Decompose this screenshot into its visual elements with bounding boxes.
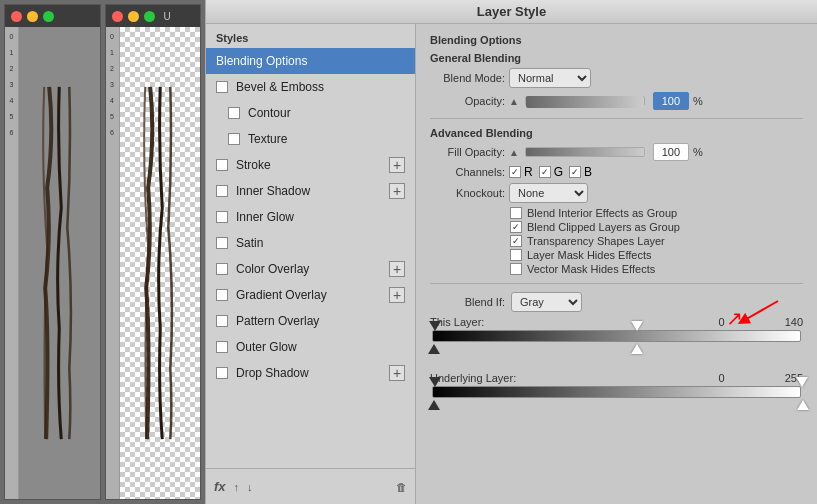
cb-row-layer-mask: Layer Mask Hides Effects [510, 249, 803, 261]
style-label-inner-shadow: Inner Shadow [236, 184, 389, 198]
underlying-right-thumb[interactable] [796, 377, 808, 387]
style-item-satin[interactable]: Satin [206, 230, 415, 256]
opacity-unit: % [693, 95, 703, 107]
this-layer-bot-right-thumb[interactable] [631, 344, 643, 354]
minimize-button-2[interactable] [128, 11, 139, 22]
add-stroke-button[interactable]: + [389, 157, 405, 173]
checkbox-gradient-overlay[interactable] [216, 289, 228, 301]
checkbox-contour[interactable] [228, 107, 240, 119]
checkbox-pattern-overlay[interactable] [216, 315, 228, 327]
maximize-button-2[interactable] [144, 11, 155, 22]
main-section-title: Blending Options [430, 34, 803, 46]
style-item-color-overlay[interactable]: Color Overlay + [206, 256, 415, 282]
style-item-gradient-overlay[interactable]: Gradient Overlay + [206, 282, 415, 308]
style-item-inner-shadow[interactable]: Inner Shadow + [206, 178, 415, 204]
add-drop-shadow-button[interactable]: + [389, 365, 405, 381]
move-down-button[interactable]: ↓ [247, 481, 253, 493]
style-label-satin: Satin [236, 236, 405, 250]
checkbox-inner-glow[interactable] [216, 211, 228, 223]
channel-g-checkbox[interactable] [539, 166, 551, 178]
fill-opacity-input[interactable] [653, 143, 689, 161]
add-inner-shadow-button[interactable]: + [389, 183, 405, 199]
this-layer-slider-container [430, 330, 803, 358]
channel-g-label: G [554, 165, 563, 179]
channel-b-checkbox[interactable] [569, 166, 581, 178]
checkbox-color-overlay[interactable] [216, 263, 228, 275]
checkbox-texture[interactable] [228, 133, 240, 145]
styles-header: Styles [206, 24, 415, 48]
channel-r-checkbox[interactable] [509, 166, 521, 178]
blend-if-select[interactable]: Gray Red Green Blue [511, 292, 582, 312]
this-layer-bottom-thumbs [432, 344, 801, 358]
cb-transparency-shapes[interactable] [510, 235, 522, 247]
style-item-stroke[interactable]: Stroke + [206, 152, 415, 178]
panel-2-title-label: U [164, 11, 171, 22]
panel-1-titlebar [5, 5, 100, 27]
add-color-overlay-button[interactable]: + [389, 261, 405, 277]
underlying-layer-values: 0 255 [719, 372, 803, 384]
minimize-button[interactable] [27, 11, 38, 22]
delete-button[interactable]: 🗑 [396, 481, 407, 493]
style-item-pattern-overlay[interactable]: Pattern Overlay [206, 308, 415, 334]
style-item-outer-glow[interactable]: Outer Glow [206, 334, 415, 360]
canvas-2 [120, 27, 201, 499]
fill-opacity-slider[interactable] [525, 147, 645, 157]
style-label-stroke: Stroke [236, 158, 389, 172]
style-item-inner-glow[interactable]: Inner Glow [206, 204, 415, 230]
add-gradient-overlay-button[interactable]: + [389, 287, 405, 303]
panel-2: U 0 1 2 3 4 5 6 [105, 4, 202, 500]
style-item-bevel-emboss[interactable]: Bevel & Emboss [206, 74, 415, 100]
this-layer-right-thumb[interactable] [631, 321, 643, 331]
blend-mode-select[interactable]: Normal Dissolve Multiply Screen Overlay [509, 68, 591, 88]
close-button[interactable] [11, 11, 22, 22]
this-layer-bot-left-thumb[interactable] [428, 344, 440, 354]
move-up-button[interactable]: ↑ [234, 481, 240, 493]
panel-2-canvas: 0 1 2 3 4 5 6 [106, 27, 201, 499]
fill-opacity-row: Fill Opacity: ▲ % [430, 143, 803, 161]
opacity-slider-thumb[interactable]: ▲ [509, 96, 519, 107]
style-label-inner-glow: Inner Glow [236, 210, 405, 224]
cb-vector-mask[interactable] [510, 263, 522, 275]
underlying-bot-left-thumb[interactable] [428, 400, 440, 410]
checkbox-inner-shadow[interactable] [216, 185, 228, 197]
blend-if-label: Blend If: [430, 296, 505, 308]
style-item-texture[interactable]: Texture [206, 126, 415, 152]
close-button-2[interactable] [112, 11, 123, 22]
underlying-bottom-thumbs [432, 400, 801, 414]
channels-label: Channels: [430, 166, 505, 178]
underlying-layer-val1: 0 [719, 372, 725, 384]
opacity-input[interactable] [653, 92, 689, 110]
checkbox-satin[interactable] [216, 237, 228, 249]
knockout-select[interactable]: None Shallow Deep [509, 183, 588, 203]
underlying-bot-right-thumb[interactable] [797, 400, 809, 410]
channel-r-item: R [509, 165, 533, 179]
opacity-row: Opacity: ▲ % [430, 92, 803, 110]
styles-footer: fx ↑ ↓ 🗑 [206, 468, 415, 504]
checkbox-drop-shadow[interactable] [216, 367, 228, 379]
fx-button[interactable]: fx [214, 479, 226, 494]
channels-controls: R G B [509, 165, 592, 179]
opacity-slider[interactable] [525, 96, 645, 106]
cb-blend-interior[interactable] [510, 207, 522, 219]
style-item-drop-shadow[interactable]: Drop Shadow + [206, 360, 415, 386]
style-item-contour[interactable]: Contour [206, 100, 415, 126]
checkbox-bevel-emboss[interactable] [216, 81, 228, 93]
fill-opacity-slider-thumb[interactable]: ▲ [509, 147, 519, 158]
cb-layer-mask[interactable] [510, 249, 522, 261]
ruler-marks-1: 0 1 2 3 4 5 6 [5, 27, 18, 141]
this-layer-section: This Layer: 0 140 [430, 316, 803, 358]
style-item-blending-options[interactable]: Blending Options [206, 48, 415, 74]
channel-g-item: G [539, 165, 563, 179]
checkbox-stroke[interactable] [216, 159, 228, 171]
general-blending-title: General Blending [430, 52, 803, 64]
dialog-body: Styles Blending Options Bevel & Emboss C… [206, 24, 817, 504]
underlying-layer-gradient-track[interactable] [432, 386, 801, 398]
checkbox-outer-glow[interactable] [216, 341, 228, 353]
advanced-blending-title: Advanced Blending [430, 127, 803, 139]
this-layer-gradient-track[interactable] [432, 330, 801, 342]
cb-blend-clipped[interactable] [510, 221, 522, 233]
this-layer-left-thumb[interactable] [429, 321, 441, 331]
panel-2-titlebar: U [106, 5, 201, 27]
underlying-left-thumb[interactable] [429, 377, 441, 387]
maximize-button[interactable] [43, 11, 54, 22]
